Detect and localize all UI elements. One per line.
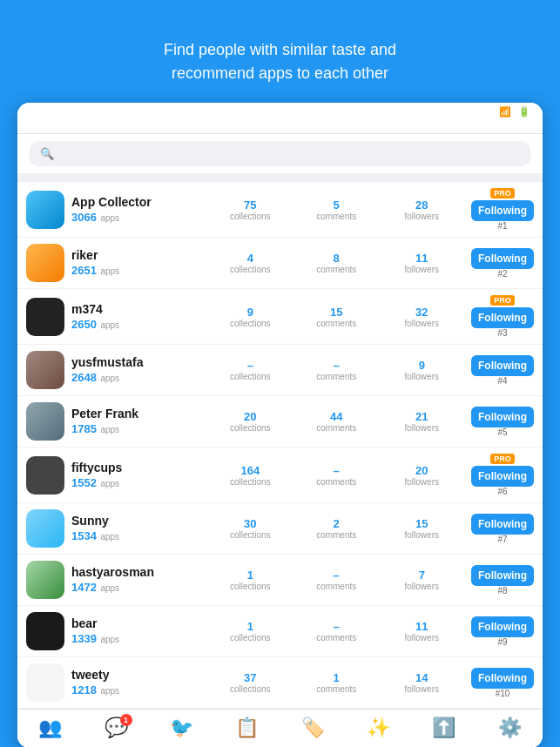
user-row: riker 2651 apps 4 collections 8 comments… — [17, 238, 543, 289]
follow-button[interactable]: Following — [471, 514, 534, 535]
follow-button[interactable]: Following — [471, 248, 534, 269]
user-row: hastyarosman 1472 apps 1 collections – c… — [17, 555, 543, 606]
follow-container: Following #2 — [471, 248, 534, 279]
pro-badge: PRO — [490, 188, 515, 199]
user-info: yusfmustafa 2648 apps — [71, 355, 200, 385]
settings-tab[interactable]: ⚙️ — [498, 717, 522, 739]
user-avatar — [26, 456, 64, 495]
list-tab[interactable]: 📋 — [235, 717, 259, 739]
stat-comments: 44 comments — [316, 410, 356, 433]
stat-followers: 15 followers — [402, 517, 442, 540]
new-tab[interactable]: ✨ — [367, 717, 390, 739]
pro-badge: PRO — [490, 295, 515, 306]
pro-badge: PRO — [490, 454, 515, 464]
user-apps: 1552 apps — [71, 474, 200, 490]
search-input[interactable]: 🔍 — [30, 141, 530, 166]
user-row: tweety 1218 apps 37 collections 1 commen… — [17, 657, 543, 709]
settings-tab-icon: ⚙️ — [498, 717, 522, 739]
nav-bar — [17, 121, 543, 134]
stat-collections: 9 collections — [230, 306, 271, 328]
user-apps: 1339 apps — [71, 630, 200, 646]
user-info: riker 2651 apps — [71, 248, 200, 278]
follow-button[interactable]: Following — [471, 200, 534, 221]
user-name: App Collector — [71, 195, 200, 209]
user-rank: #5 — [497, 427, 507, 437]
stat-followers: 28 followers — [402, 199, 442, 221]
follow-container: Following #9 — [471, 616, 534, 647]
user-avatar — [26, 509, 64, 548]
stats-row: 75 collections 5 comments 28 followers — [207, 199, 464, 221]
stat-collections: 37 collections — [230, 671, 271, 694]
user-apps: 1534 apps — [71, 528, 200, 543]
follow-button[interactable]: Following — [471, 565, 534, 586]
stat-comments: 5 comments — [316, 199, 356, 221]
stat-comments: 1 comments — [316, 671, 356, 694]
follow-container: PRO Following #3 — [471, 295, 534, 338]
search-icon: 🔍 — [40, 147, 54, 160]
stat-collections: 30 collections — [230, 517, 271, 540]
user-rank: #9 — [497, 637, 507, 647]
tag-tab[interactable]: 🏷️ — [301, 717, 325, 739]
user-avatar — [26, 561, 64, 599]
stats-row: 1 collections – comments 11 followers — [207, 620, 464, 643]
user-avatar — [26, 663, 64, 702]
user-apps: 2650 apps — [71, 316, 200, 332]
stat-collections: 1 collections — [230, 620, 271, 643]
follow-button[interactable]: Following — [471, 307, 534, 328]
user-apps: 3066 apps — [71, 209, 200, 225]
user-rank: #3 — [497, 328, 507, 338]
stat-followers: 14 followers — [402, 671, 442, 694]
follow-container: PRO Following #1 — [471, 188, 534, 231]
stats-row: 9 collections 15 comments 32 followers — [207, 306, 464, 328]
user-info: bear 1339 apps — [71, 616, 200, 646]
section-header — [17, 173, 543, 182]
user-avatar — [26, 244, 64, 282]
user-rank: #10 — [496, 689, 510, 698]
follow-button[interactable]: Following — [471, 466, 534, 487]
users-tab-icon: 👥 — [38, 717, 62, 739]
new-tab-icon: ✨ — [367, 717, 390, 739]
user-row: App Collector 3066 apps 75 collections 5… — [17, 182, 543, 238]
follow-button[interactable]: Following — [471, 407, 534, 427]
upload-tab[interactable]: ⬆️ — [432, 717, 455, 739]
user-row: fiftycups 1552 apps 164 collections – co… — [17, 448, 543, 503]
stat-followers: 7 followers — [402, 569, 442, 591]
user-name: m374 — [71, 302, 200, 316]
stat-comments: 2 comments — [316, 517, 356, 540]
follow-button[interactable]: Following — [471, 668, 534, 689]
battery-icon: 🔋 — [518, 106, 530, 118]
stat-collections: – collections — [230, 359, 271, 381]
follow-button[interactable]: Following — [471, 616, 534, 637]
stat-comments: 15 comments — [316, 306, 356, 328]
stat-collections: 75 collections — [230, 199, 271, 221]
user-apps: 2651 apps — [71, 262, 200, 278]
stat-comments: – comments — [316, 620, 356, 643]
user-info: hastyarosman 1472 apps — [71, 565, 200, 595]
bird-tab-icon: 🐦 — [170, 717, 193, 739]
user-info: Sunny 1534 apps — [71, 514, 200, 543]
user-rank: #6 — [497, 487, 507, 496]
tag-tab-icon: 🏷️ — [301, 717, 325, 739]
follow-container: Following #8 — [471, 565, 534, 596]
user-avatar — [26, 191, 64, 229]
user-rank: #8 — [497, 586, 507, 596]
users-tab[interactable]: 👥 — [38, 717, 62, 739]
follow-container: PRO Following #6 — [471, 454, 534, 496]
user-row: m374 2650 apps 9 collections 15 comments… — [17, 289, 543, 345]
user-info: App Collector 3066 apps — [71, 195, 200, 225]
chat-tab[interactable]: 💬1 — [105, 717, 128, 739]
stats-row: 20 collections 44 comments 21 followers — [207, 410, 464, 433]
user-apps: 2648 apps — [71, 369, 200, 385]
bird-tab[interactable]: 🐦 — [170, 717, 193, 739]
follow-container: Following #7 — [471, 514, 534, 544]
user-name: tweety — [71, 668, 200, 682]
follow-button[interactable]: Following — [471, 355, 534, 376]
user-avatar — [26, 402, 64, 441]
list-tab-icon: 📋 — [235, 717, 259, 739]
user-name: yusfmustafa — [71, 355, 200, 369]
stat-followers: 32 followers — [402, 306, 442, 328]
user-name: hastyarosman — [71, 565, 200, 579]
stat-followers: 20 followers — [402, 464, 442, 487]
stat-collections: 4 collections — [230, 252, 271, 274]
follow-container: Following #4 — [471, 355, 534, 386]
